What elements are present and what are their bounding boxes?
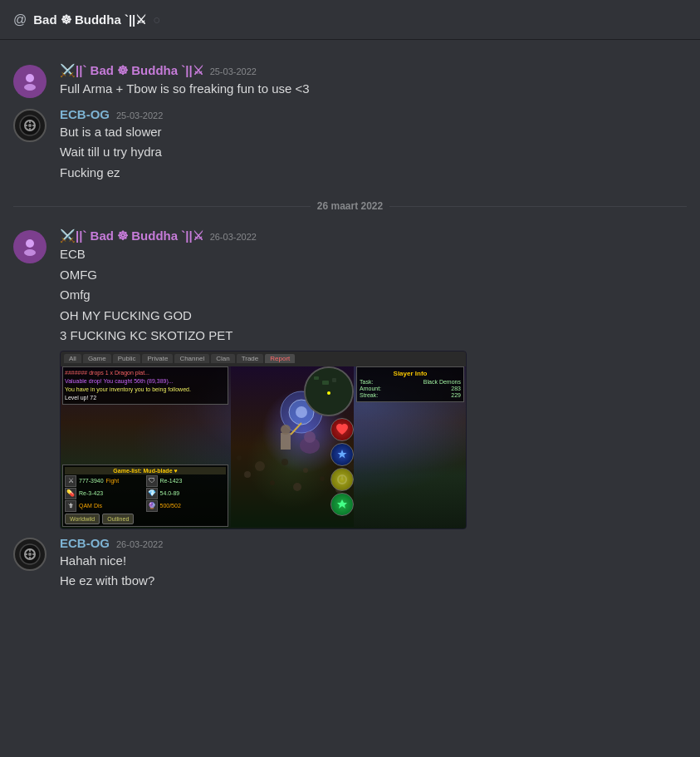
svg-point-1 [24, 84, 36, 91]
svg-point-41 [32, 553, 34, 555]
stats-label-2: Amount: [360, 386, 381, 391]
game-screenshot: All Game Public Private Channel Clan Tra… [60, 351, 467, 529]
msg2-line2: Wait till u try hydra [60, 143, 687, 162]
game-tab-all: All [64, 354, 81, 363]
svg-point-33 [327, 391, 330, 395]
inv-icon-1: ⚔ [65, 475, 76, 487]
avatar-ecb-1 [13, 109, 47, 142]
game-stats-title: Slayer Info [360, 370, 461, 377]
game-stats: Slayer Info Task: Black Demons Amount: 2… [356, 366, 464, 402]
msg4-line2: He ez with tbow? [60, 572, 687, 591]
orb-hp [330, 418, 354, 441]
game-tabs: All Game Public Private Channel Clan Tra… [61, 351, 466, 366]
separator: ○ [153, 12, 160, 27]
svg-point-4 [28, 124, 32, 127]
message-text-1: Full Arma + Tbow is so freaking fun to u… [60, 80, 687, 99]
message-content-4: ECB-OG 26-03-2022 Hahah nice! He ez with… [60, 536, 687, 592]
channel-name: Bad ☸ Buddha `||⚔ [33, 12, 146, 27]
message-header-4: ECB-OG 26-03-2022 [60, 536, 687, 550]
svg-point-6 [32, 125, 34, 126]
divider-line-right [389, 206, 687, 207]
message-text-3: ECB OMFG Omfg OH MY FUCKING GOD 3 FUCKIN… [60, 245, 687, 346]
messages-container: ⚔️||` Bad ☸ Buddha `||⚔ 25-03-2022 Full … [0, 40, 700, 602]
svg-point-25 [281, 425, 291, 435]
username-ecb: ECB-OG [60, 107, 110, 121]
msg2-line3: Fucking ez [60, 164, 687, 183]
svg-rect-24 [281, 433, 291, 450]
game-stats-row-1: Task: Black Demons [360, 379, 461, 385]
svg-point-12 [270, 480, 275, 485]
game-inventory: Game-list: Mud-blade ♥ ⚔ 777-3940 Fight … [62, 465, 228, 527]
svg-point-8 [26, 125, 27, 126]
svg-point-13 [293, 483, 301, 491]
msg4-line1: Hahah nice! [60, 552, 687, 571]
svg-point-19 [303, 468, 308, 473]
game-tab-trade: Trade [237, 354, 264, 363]
message-group-2: ECB-OG 25-03-2022 But is a tad slower Wa… [0, 104, 700, 188]
message-content-1: ⚔️||` Bad ☸ Buddha `||⚔ 25-03-2022 Full … [60, 63, 687, 101]
stats-label-1: Task: [360, 379, 373, 385]
stats-label-3: Streak: [360, 392, 378, 398]
timestamp-1: 25-03-2022 [210, 66, 257, 76]
inv-name-5: QAM Dis [79, 503, 102, 509]
message-header-2: ECB-OG 25-03-2022 [60, 107, 687, 121]
game-inv-rows: ⚔ 777-3940 Fight 🛡 Re-1423 💊 Re-3-423 [65, 475, 226, 512]
svg-point-10 [24, 249, 36, 256]
game-tab-report: Report [265, 354, 295, 363]
inv-val-1: Fight [106, 478, 120, 484]
svg-point-7 [29, 128, 31, 130]
inv-row-3: 💊 Re-3-423 [65, 488, 145, 499]
msg3-line2: OMFG [60, 266, 687, 285]
message-group-4: ECB-OG 26-03-2022 Hahah nice! He ez with… [0, 533, 700, 596]
message-group-1: ⚔️||` Bad ☸ Buddha `||⚔ 25-03-2022 Full … [0, 60, 700, 104]
game-tab-game: Game [83, 354, 111, 363]
svg-point-11 [244, 471, 251, 478]
svg-point-40 [29, 550, 31, 552]
stats-val-2: 283 [451, 386, 461, 391]
action-buttons: Worldwild Outlined [65, 514, 226, 524]
channel-at-icon: @ [13, 12, 27, 27]
inv-icon-3: 💊 [65, 488, 76, 499]
avatar-buddha-1 [13, 65, 47, 98]
message-content-2: ECB-OG 25-03-2022 But is a tad slower Wa… [60, 107, 687, 184]
svg-point-18 [281, 459, 288, 465]
game-chat: ####### drops 1 x Dragon plat... Valuabl… [62, 366, 228, 405]
action-btn-worldwild: Worldwild [65, 514, 100, 524]
svg-point-42 [29, 557, 31, 558]
chat-line-3: You have in your inventory you to being … [65, 386, 226, 393]
chat-line-2: Valuable drop! You caught 56th (89,389).… [65, 377, 226, 385]
game-stats-row-3: Streak: 229 [360, 392, 461, 398]
game-screenshot-inner: All Game Public Private Channel Clan Tra… [61, 351, 466, 528]
chat-line-4: Level up! 72 [65, 394, 226, 401]
message-header-1: ⚔️||` Bad ☸ Buddha `||⚔ 25-03-2022 [60, 63, 687, 78]
svg-point-9 [26, 239, 34, 248]
game-tab-private: Private [142, 354, 173, 363]
orb-prayer [330, 443, 354, 466]
inv-row-1: ⚔ 777-3940 Fight [65, 475, 145, 487]
timestamp-2: 25-03-2022 [116, 111, 163, 120]
channel-title: Bad ☸ Buddha `||⚔ ○ [33, 12, 164, 27]
message-text-4: Hahah nice! He ez with tbow? [60, 552, 687, 591]
orb-special [330, 493, 354, 516]
svg-point-43 [26, 553, 27, 555]
msg3-line4: OH MY FUCKING GOD [60, 307, 687, 326]
svg-point-16 [237, 455, 242, 460]
action-btn-outlined: Outlined [102, 514, 134, 524]
stats-val-1: Black Demons [423, 379, 461, 385]
inv-icon-6: 🔮 [146, 500, 158, 512]
msg3-line5: 3 FUCKING KC SKOTIZO PET [60, 327, 687, 346]
message-content-3: ⚔️||` Bad ☸ Buddha `||⚔ 26-03-2022 ECB O… [60, 229, 687, 529]
date-divider: 26 maart 2022 [0, 187, 700, 225]
game-tab-clan: Clan [211, 354, 234, 363]
avatar-ecb-2 [13, 538, 47, 571]
inv-icon-5: 🗡 [65, 500, 76, 512]
inv-row-6: 🔮 500/502 [146, 500, 227, 512]
username-buddha-2: ⚔️||` Bad ☸ Buddha `||⚔ [60, 229, 203, 243]
timestamp-4: 26-03-2022 [116, 539, 163, 549]
inv-name-6: 500/502 [160, 503, 181, 509]
svg-rect-32 [332, 378, 336, 382]
date-divider-text: 26 maart 2022 [317, 200, 383, 212]
msg3-line1: ECB [60, 245, 687, 264]
chat-line-1: ####### drops 1 x Dragon plat... [65, 369, 226, 376]
msg2-line1: But is a tad slower [60, 123, 687, 142]
